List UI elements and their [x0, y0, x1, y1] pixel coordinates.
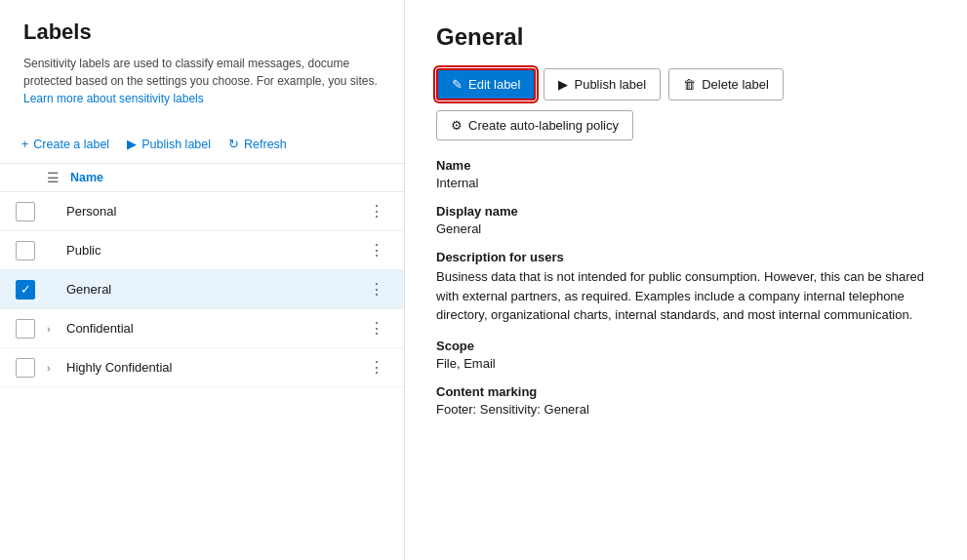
name-field-value: Internal — [436, 176, 936, 190]
description-section: Description for users Business data that… — [436, 250, 936, 325]
description-field-label: Description for users — [436, 250, 936, 264]
more-options-icon[interactable]: ⋮ — [365, 200, 388, 222]
list-item[interactable]: › Highly Confidential ⋮ — [0, 348, 404, 387]
item-checkbox[interactable] — [16, 319, 35, 339]
refresh-button[interactable]: ↻ Refresh — [222, 133, 293, 155]
sort-icon: ☰ — [47, 170, 70, 185]
list-item[interactable]: › Confidential ⋮ — [0, 309, 404, 348]
list-item[interactable]: Personal ⋮ — [0, 192, 404, 231]
left-panel: Labels Sensitivity labels are used to cl… — [0, 0, 405, 560]
publish-label-button[interactable]: ▶ Publish label — [121, 133, 217, 155]
learn-more-link[interactable]: Learn more about sensitivity labels — [23, 92, 204, 105]
name-section: Name Internal — [436, 158, 936, 190]
publish-label-button[interactable]: ▶ Publish label — [544, 68, 661, 100]
list-item[interactable]: Public ⋮ — [0, 231, 404, 270]
labels-title: Labels — [23, 20, 381, 45]
display-name-section: Display name General — [436, 204, 936, 236]
publish-icon: ▶ — [558, 77, 568, 92]
detail-title: General — [436, 23, 936, 51]
edit-icon: ✎ — [452, 77, 463, 92]
item-checkbox[interactable] — [16, 202, 35, 221]
left-header: Labels Sensitivity labels are used to cl… — [0, 20, 404, 125]
scope-field-label: Scope — [436, 339, 936, 353]
edit-label-button[interactable]: ✎ Edit label — [436, 68, 536, 100]
action-buttons: ✎ Edit label ▶ Publish label 🗑 Delete la… — [436, 68, 936, 100]
delete-icon: 🗑 — [683, 77, 696, 92]
item-label: Public — [66, 243, 365, 258]
more-options-icon[interactable]: ⋮ — [365, 317, 388, 340]
scope-field-value: File, Email — [436, 356, 936, 371]
right-panel: General ✎ Edit label ▶ Publish label 🗑 D… — [405, 0, 967, 560]
display-name-field-value: General — [436, 221, 936, 236]
scope-section: Scope File, Email — [436, 339, 936, 371]
delete-label-button[interactable]: 🗑 Delete label — [668, 68, 784, 100]
description-text: Sensitivity labels are used to classify … — [23, 57, 378, 88]
content-marking-field-value: Footer: Sensitivity: General — [436, 402, 936, 417]
display-name-field-label: Display name — [436, 204, 936, 219]
more-options-icon[interactable]: ⋮ — [365, 356, 388, 379]
item-checkbox[interactable]: ✓ — [16, 280, 35, 300]
refresh-icon: ↻ — [228, 137, 239, 151]
auto-label-icon: ⚙ — [451, 118, 463, 133]
create-label-button[interactable]: + Create a label — [16, 134, 115, 155]
item-label: General — [66, 282, 365, 297]
item-checkbox[interactable] — [16, 241, 35, 260]
item-label: Personal — [66, 204, 365, 219]
item-checkbox[interactable] — [16, 358, 35, 378]
expand-icon[interactable]: › — [47, 323, 62, 335]
list-header-row: ☰ Name — [0, 164, 404, 192]
content-marking-field-label: Content marking — [436, 384, 936, 399]
toolbar: + Create a label ▶ Publish label ↻ Refre… — [0, 125, 404, 164]
more-options-icon[interactable]: ⋮ — [365, 239, 388, 261]
labels-description: Sensitivity labels are used to classify … — [23, 55, 381, 107]
list-item[interactable]: ✓ General ⋮ — [0, 270, 404, 309]
description-field-value: Business data that is not intended for p… — [436, 267, 936, 325]
plus-icon: + — [21, 138, 28, 151]
publish-icon: ▶ — [127, 137, 137, 151]
label-list: Personal ⋮ Public ⋮ ✓ General ⋮ › Con — [0, 192, 404, 560]
more-options-icon[interactable]: ⋮ — [365, 278, 388, 300]
content-marking-section: Content marking Footer: Sensitivity: Gen… — [436, 384, 936, 417]
item-label: Highly Confidential — [66, 360, 365, 375]
auto-labeling-button[interactable]: ⚙ Create auto-labeling policy — [436, 110, 633, 140]
name-column-header[interactable]: Name — [70, 171, 388, 184]
expand-icon[interactable]: › — [47, 362, 62, 374]
name-field-label: Name — [436, 158, 936, 173]
item-label: Confidential — [66, 321, 365, 336]
